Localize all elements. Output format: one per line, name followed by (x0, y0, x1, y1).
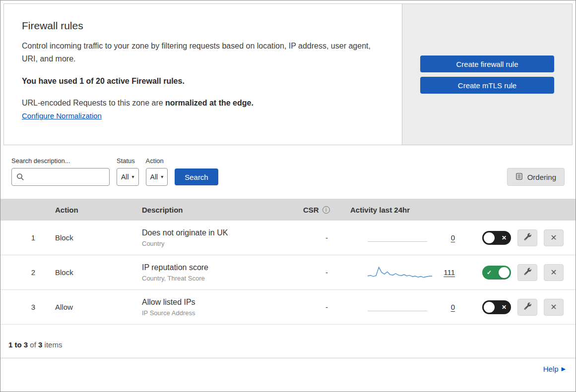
pagination-summary: 1 to 3 of 3 items (0, 325, 576, 358)
rule-csr-value: - (303, 268, 350, 277)
ordering-button-label: Ordering (527, 173, 556, 181)
status-filter-select[interactable]: All ▾ (117, 168, 139, 186)
action-filter-field: Action All ▾ (146, 157, 168, 186)
rule-fields: IP Source Address (142, 309, 303, 317)
table-row: 1 Block Does not originate in UK Country… (0, 221, 576, 255)
rule-priority: 2 (0, 268, 48, 277)
toggle-state-icon: ✕ (502, 304, 507, 311)
table-header: Action Description CSR i Activity last 2… (0, 199, 576, 221)
rule-enabled-toggle[interactable]: ✓ (482, 266, 511, 280)
actions-panel: Create firewall rule Create mTLS rule (402, 4, 572, 145)
activity-count-link[interactable]: 0 (439, 303, 455, 311)
search-field: Search description... (11, 157, 110, 186)
overview-card: Firewall rules Control incoming traffic … (3, 3, 573, 145)
delete-rule-button[interactable]: ✕ (544, 264, 564, 281)
rule-action: Block (48, 233, 142, 242)
delete-rule-button[interactable]: ✕ (544, 299, 564, 316)
normalization-note: URL-encoded Requests to this zone are no… (22, 99, 382, 108)
page-description: Control incoming traffic to your zone by… (22, 40, 374, 65)
create-mtls-rule-button[interactable]: Create mTLS rule (420, 77, 554, 94)
rule-fields: Country (142, 240, 303, 247)
search-button[interactable]: Search (175, 168, 218, 185)
activity-empty-line (368, 241, 427, 242)
action-label: Action (146, 157, 168, 165)
search-input-wrap (11, 168, 110, 186)
status-filter-value: All (121, 173, 129, 181)
rule-controls: ✓ ✕ (462, 264, 576, 281)
rule-priority: 3 (0, 303, 48, 311)
rule-controls: ✕ ✕ (462, 299, 576, 316)
delete-rule-button[interactable]: ✕ (544, 229, 564, 246)
activity-count-link[interactable]: 111 (439, 268, 455, 277)
filter-bar: Search description... Status All ▾ Actio… (0, 145, 576, 199)
rule-enabled-toggle[interactable]: ✕ (482, 300, 511, 314)
pagination-items: items (42, 340, 62, 349)
column-activity: Activity last 24hr (350, 206, 462, 214)
rule-controls: ✕ ✕ (462, 229, 576, 246)
rule-description-cell: Does not originate in UK Country (142, 228, 303, 247)
toggle-knob (499, 267, 510, 278)
status-label: Status (117, 157, 139, 165)
rule-action: Allow (48, 303, 142, 311)
help-link-label: Help (543, 365, 559, 373)
configure-normalization-link[interactable]: Configure Normalization (22, 112, 102, 120)
column-action: Action (48, 206, 142, 214)
close-icon: ✕ (550, 268, 557, 277)
wrench-icon (524, 268, 531, 277)
rule-activity-cell: 0 (350, 299, 462, 316)
rule-enabled-toggle[interactable]: ✕ (482, 231, 511, 245)
column-description: Description (142, 206, 303, 214)
ordering-icon (515, 172, 523, 182)
action-filter-value: All (150, 173, 158, 181)
activity-sparkline (368, 299, 432, 316)
toggle-knob (484, 232, 495, 243)
column-csr-label: CSR (303, 206, 319, 214)
table-row: 2 Block IP reputation score Country, Thr… (0, 255, 576, 290)
edit-rule-button[interactable] (517, 299, 537, 316)
rule-action: Block (48, 268, 142, 277)
edit-rule-button[interactable] (517, 229, 537, 246)
rule-activity-cell: 111 (350, 264, 462, 281)
usage-summary: You have used 1 of 20 active Firewall ru… (22, 77, 382, 86)
rule-description-cell: Allow listed IPs IP Source Address (142, 298, 303, 317)
help-link[interactable]: Help ▶ (543, 365, 566, 373)
close-icon: ✕ (550, 302, 557, 312)
search-icon (16, 173, 24, 183)
activity-empty-line (368, 311, 427, 311)
pagination-range: 1 to 3 (8, 340, 28, 349)
info-icon[interactable]: i (322, 206, 330, 214)
search-input[interactable] (11, 168, 110, 186)
wrench-icon (524, 302, 531, 312)
create-firewall-rule-button[interactable]: Create firewall rule (420, 56, 554, 72)
wrench-icon (524, 233, 531, 242)
rule-fields: Country, Threat Score (142, 275, 303, 282)
close-icon: ✕ (550, 233, 557, 242)
rule-description-cell: IP reputation score Country, Threat Scor… (142, 263, 303, 282)
rule-priority: 1 (0, 233, 48, 242)
toggle-state-icon: ✕ (502, 234, 507, 241)
rule-csr-value: - (303, 233, 350, 242)
rule-description[interactable]: IP reputation score (142, 263, 303, 272)
ordering-button[interactable]: Ordering (507, 168, 565, 186)
activity-sparkline (368, 264, 432, 281)
help-arrow-icon: ▶ (562, 366, 566, 372)
rule-description[interactable]: Allow listed IPs (142, 298, 303, 307)
rule-description[interactable]: Does not originate in UK (142, 228, 303, 237)
table-row: 3 Allow Allow listed IPs IP Source Addre… (0, 290, 576, 325)
edit-rule-button[interactable] (517, 264, 537, 281)
pagination-of: of (28, 340, 38, 349)
overview-text-panel: Firewall rules Control incoming traffic … (4, 4, 402, 145)
help-bar: Help ▶ (0, 358, 576, 383)
chevron-down-icon: ▾ (161, 174, 163, 179)
activity-count-link[interactable]: 0 (439, 233, 455, 242)
rule-activity-cell: 0 (350, 229, 462, 246)
action-filter-select[interactable]: All ▾ (146, 168, 168, 186)
activity-sparkline (368, 229, 432, 246)
column-csr: CSR i (303, 206, 350, 214)
chevron-down-icon: ▾ (132, 174, 134, 179)
normalization-bold: normalized at the edge. (165, 99, 254, 107)
status-filter-field: Status All ▾ (117, 157, 139, 186)
normalization-prefix: URL-encoded Requests to this zone are (22, 99, 165, 107)
toggle-knob (484, 302, 495, 313)
rule-csr-value: - (303, 303, 350, 311)
